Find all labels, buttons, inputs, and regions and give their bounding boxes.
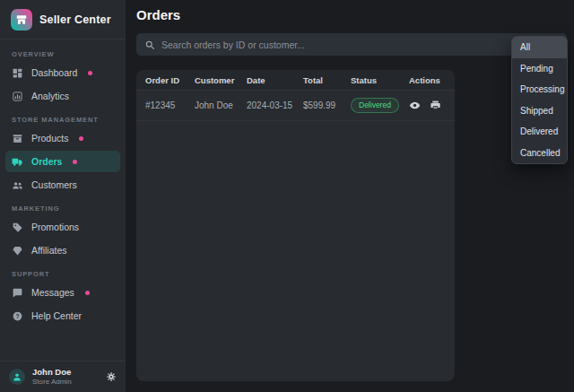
sidebar-item-messages[interactable]: Messages (5, 282, 120, 303)
storefront-icon (15, 13, 28, 26)
person-icon (12, 371, 22, 382)
column-header-actions: Actions (409, 75, 446, 85)
customer-cell: John Doe (195, 100, 247, 110)
chat-icon (12, 287, 23, 299)
sidebar-item-orders[interactable]: Orders (5, 151, 120, 172)
sidebar-item-label: Products (31, 133, 68, 144)
filter-option-all[interactable]: All (512, 37, 567, 58)
status-badge: Delivered (351, 98, 399, 112)
app-title: Seller Center (39, 13, 111, 26)
gear-icon (106, 371, 117, 382)
sidebar-item-label: Affiliates (31, 245, 67, 256)
sidebar-item-label: Orders (31, 156, 62, 167)
view-order-button[interactable] (409, 100, 421, 111)
printer-icon (430, 100, 441, 111)
people-icon (12, 179, 23, 191)
sidebar-item-label: Analytics (31, 91, 69, 101)
notification-dot (85, 291, 90, 295)
user-section: John Doe Store Admin (0, 361, 126, 392)
status-filter-dropdown: All Pending Processing Shipped Delivered… (511, 36, 568, 164)
filter-option-delivered[interactable]: Delivered (512, 121, 567, 143)
nav-section-overview: OVERVIEW (5, 43, 120, 62)
search-icon (144, 39, 155, 50)
sidebar-item-label: Dashboard (31, 67, 77, 78)
notification-dot (73, 160, 77, 164)
sidebar: Seller Center OVERVIEW Dashboard Analyti… (0, 0, 126, 392)
sidebar-item-customers[interactable]: Customers (5, 174, 120, 196)
help-circle-icon: ? (12, 310, 23, 322)
main-content: Orders Order ID Customer Date Total Stat… (126, 0, 574, 392)
order-id-cell: #12345 (145, 100, 195, 110)
column-header-order-id: Order ID (145, 75, 195, 85)
orders-table: Order ID Customer Date Total Status Acti… (136, 70, 455, 381)
app-logo (11, 9, 32, 30)
filter-option-cancelled[interactable]: Cancelled (512, 143, 567, 164)
user-role: Store Admin (32, 378, 72, 387)
status-cell: Delivered (351, 98, 409, 112)
sidebar-item-products[interactable]: Products (5, 127, 120, 149)
nav-section-store-management: STORE MANAGEMENT (5, 109, 120, 127)
sidebar-item-analytics[interactable]: Analytics (5, 85, 120, 107)
user-name: John Doe (32, 367, 72, 378)
page-title: Orders (136, 7, 180, 22)
print-order-button[interactable] (430, 100, 441, 111)
sidebar-item-label: Promotions (31, 222, 79, 232)
column-header-customer: Customer (195, 75, 247, 85)
sidebar-item-label: Help Center (31, 310, 82, 321)
sidebar-item-label: Messages (31, 287, 74, 298)
avatar (9, 369, 25, 385)
sidebar-item-help-center[interactable]: ? Help Center (5, 305, 120, 327)
date-cell: 2024-03-15 (247, 100, 303, 110)
analytics-icon (12, 91, 23, 102)
search-bar (136, 33, 567, 56)
sidebar-item-dashboard[interactable]: Dashboard (5, 62, 120, 83)
dashboard-icon (12, 67, 23, 79)
sidebar-item-affiliates[interactable]: Affiliates (5, 240, 120, 261)
sidebar-header: Seller Center (0, 0, 126, 39)
filter-option-pending[interactable]: Pending (512, 58, 567, 80)
gem-icon (12, 245, 23, 257)
sidebar-item-label: Customers (31, 179, 77, 190)
user-meta: John Doe Store Admin (32, 367, 72, 387)
tag-icon (12, 222, 23, 233)
notification-dot (88, 71, 92, 75)
archive-box-icon (12, 133, 23, 144)
sidebar-nav: OVERVIEW Dashboard Analytics STORE MANAG… (0, 39, 126, 361)
settings-button[interactable] (106, 371, 117, 382)
total-cell: $599.99 (303, 100, 351, 110)
filter-option-processing[interactable]: Processing (512, 79, 567, 100)
filter-option-shipped[interactable]: Shipped (512, 100, 567, 122)
truck-icon (12, 156, 23, 168)
eye-icon (409, 100, 421, 111)
notification-dot (79, 136, 83, 141)
table-header-row: Order ID Customer Date Total Status Acti… (136, 70, 455, 91)
column-header-date: Date (247, 75, 303, 85)
column-header-total: Total (303, 75, 351, 85)
column-header-status: Status (351, 75, 409, 85)
search-input[interactable] (161, 39, 559, 50)
nav-section-support: SUPPORT (5, 263, 120, 282)
nav-section-marketing: MARKETING (5, 197, 120, 216)
table-row[interactable]: #12345 John Doe 2024-03-15 $599.99 Deliv… (136, 91, 455, 121)
sidebar-item-promotions[interactable]: Promotions (5, 216, 120, 238)
svg-text:?: ? (16, 312, 20, 318)
actions-cell (409, 100, 446, 111)
